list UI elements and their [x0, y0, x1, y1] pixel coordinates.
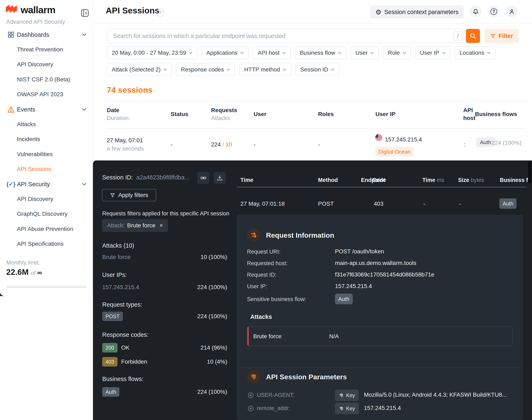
chip-http-method[interactable]: HTTP method	[239, 63, 291, 76]
page-help-icon[interactable]: ?	[156, 9, 164, 16]
auth-badge: Auth	[102, 387, 119, 397]
session-id-label: Session ID:	[102, 174, 133, 181]
cell-user-ip[interactable]: 157.245.215.4	[385, 136, 422, 143]
sidebar-section-dashboards[interactable]: Dashboards	[0, 27, 93, 42]
flow-stat: 224 (100%)	[491, 140, 521, 146]
help-button[interactable]: ?	[488, 6, 500, 17]
sidebar-item-api-abuse-prevention[interactable]: API Abuse Prevention	[0, 222, 93, 236]
expand-icon[interactable]	[247, 392, 254, 399]
col-date[interactable]: Date	[107, 107, 119, 114]
chip-api-host[interactable]: API host	[253, 46, 291, 59]
attack-name: Brute force	[253, 333, 281, 340]
sidebar-item-api-discovery[interactable]: API Discovery	[0, 57, 93, 72]
search-icon	[470, 32, 476, 39]
session-params-icon-circle	[247, 370, 260, 383]
sidebar-section-api-security[interactable]: {✓} API Security	[0, 177, 93, 192]
chevron-down-icon	[227, 69, 230, 71]
fingerprint-icon	[339, 406, 344, 411]
apply-filters-button[interactable]: Apply filters	[102, 189, 156, 201]
rt-col-method: Method	[318, 177, 338, 183]
request-types-title: Request types:	[102, 301, 142, 308]
filter-icon	[490, 34, 496, 38]
sidebar-item-graphql-discovery[interactable]: GraphQL Discovery	[0, 207, 93, 221]
attack-row[interactable]: Brute force N/A	[247, 326, 513, 346]
notifications-button[interactable]	[470, 6, 481, 17]
rt-col-size: Size bytes	[458, 177, 484, 183]
response-code-row: 403 Forbidden 10 (4%)	[102, 357, 227, 367]
chevron-down-icon	[487, 52, 490, 54]
sidebar-item-api-sessions[interactable]: API Sessions	[0, 162, 93, 177]
rt-cell-time-ms: -	[423, 200, 425, 207]
sidebar-item-attacks[interactable]: Attacks	[0, 117, 93, 132]
sidebar-item-owasp[interactable]: OWASP API 2023	[0, 87, 93, 102]
attack-filter-chip[interactable]: Attack: Brute force ×	[102, 219, 168, 232]
chip-date-range[interactable]: 20 May, 0:00 - 27 May, 23:59	[107, 46, 197, 59]
col-business-flows: Business flows	[475, 111, 517, 118]
chip-response-codes[interactable]: Response codes	[176, 63, 235, 76]
sidebar-item-incidents[interactable]: Incidents	[0, 132, 93, 147]
sensitive-flow-badge: Auth	[335, 294, 353, 304]
sidebar-item-nist-csf[interactable]: NIST CSF 2.0 (Beta)	[0, 72, 93, 87]
sidebar-item-vulnerabilities[interactable]: Vulnerabilities	[0, 147, 93, 162]
rt-cell-size: -	[459, 200, 461, 207]
account-button[interactable]	[506, 6, 517, 17]
chevron-down-icon	[338, 52, 341, 54]
key-badge[interactable]: Key	[335, 403, 359, 414]
sidebar-section-events[interactable]: Events	[0, 102, 93, 117]
session-context-parameters-button[interactable]: ⚙ Session context parameters	[370, 6, 464, 19]
filters-note: Requests filters applied for this specif…	[102, 210, 229, 217]
download-button[interactable]	[214, 172, 226, 184]
sidebar-collapse-icon[interactable]	[80, 9, 89, 17]
cell-date: 27 May, 07:01	[107, 137, 143, 144]
request-type-stat-row: POST 224 (100%)	[102, 312, 227, 321]
key-badge[interactable]: Key	[335, 390, 359, 401]
col-attacks[interactable]: Attacks	[211, 115, 230, 121]
rt-col-time-ms: Time ms	[422, 177, 444, 183]
chip-locations[interactable]: Locations	[455, 46, 495, 59]
header-separator	[461, 8, 462, 16]
param-key: USER-AGENT:	[257, 392, 294, 398]
rt-cell-code: 403	[374, 200, 383, 207]
search-input[interactable]	[107, 29, 464, 43]
user-ips-title: User IPs:	[102, 271, 127, 278]
fingerprint-icon	[339, 392, 344, 398]
attack-severity-bar	[247, 327, 249, 346]
search-button[interactable]	[466, 29, 480, 43]
funnel-icon	[110, 193, 115, 198]
session-detail-drawer: Session ID: a2a4623b9f8ffdba... Apply fi…	[93, 160, 532, 420]
rt-cell-time: 27 May, 07:01:18	[240, 200, 285, 207]
chip-user[interactable]: User	[350, 46, 379, 59]
close-icon[interactable]: ×	[160, 222, 163, 229]
sidebar-item-api-specifications[interactable]: API Specifications	[0, 236, 93, 251]
chip-role[interactable]: Role	[383, 46, 411, 59]
business-flows-title: Business flows:	[102, 375, 144, 382]
request-detail-card: Request Information Request URI: POST /o…	[237, 215, 523, 420]
cell-duration: a few seconds	[107, 145, 144, 152]
page-title: API Sessions	[106, 6, 159, 15]
chip-attack[interactable]: Attack (Selected 2)	[107, 63, 172, 76]
chevron-down-icon	[164, 69, 167, 71]
copy-link-button[interactable]	[198, 172, 209, 184]
chip-business-flow[interactable]: Business flow	[295, 46, 346, 59]
response-code-row: 200 OK 214 (96%)	[102, 343, 227, 352]
rt-col-code: Code	[372, 177, 386, 183]
chip-applications[interactable]: Applications	[201, 46, 249, 59]
col-duration[interactable]: Duration	[107, 115, 129, 121]
expand-icon[interactable]	[247, 405, 254, 412]
sidebar-item-api-discovery-2[interactable]: API Discovery	[0, 192, 93, 207]
grid-icon	[6, 31, 16, 38]
infinity-symbol: ∞	[37, 269, 42, 276]
vertical-scrollbar[interactable]	[528, 161, 531, 184]
chip-user-ip[interactable]: User IP	[415, 46, 450, 59]
filter-button[interactable]: Filter	[485, 29, 518, 43]
col-requests[interactable]: Requests	[211, 107, 237, 114]
double-arrow-icon	[250, 231, 257, 239]
col-api-host: API	[463, 107, 473, 114]
request-info-icon-circle	[247, 228, 260, 241]
cell-user: -	[254, 141, 256, 148]
chevron-down-icon	[82, 183, 86, 185]
sidebar-item-threat-prevention[interactable]: Threat Prevention	[0, 42, 93, 57]
chip-session-id[interactable]: Session ID	[295, 63, 339, 76]
request-info-title: Request Information	[266, 231, 334, 239]
col-status: Status	[171, 111, 188, 118]
